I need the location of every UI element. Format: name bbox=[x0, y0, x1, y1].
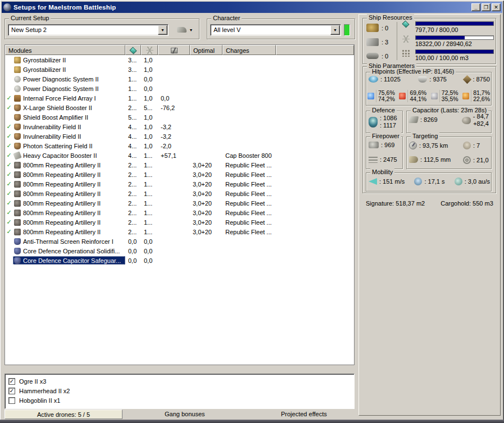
drone-checkbox[interactable]: ✓ bbox=[8, 388, 15, 394]
bar-icon-wrap bbox=[399, 49, 412, 57]
drone-item[interactable]: ✓ Ogre II x3 bbox=[7, 376, 354, 386]
module-row[interactable]: Power Diagnostic System II 1... 0,0 bbox=[5, 84, 354, 93]
setup-combobox-arrow-icon[interactable]: ▼ bbox=[158, 25, 167, 35]
module-name-cell[interactable]: Anti-Thermal Screen Reinforcer I bbox=[13, 237, 125, 245]
titlebar[interactable]: Setups for Maelstrom Battleship _ ❐ ✕ bbox=[2, 2, 502, 13]
column-header-modules[interactable]: Modules bbox=[5, 45, 125, 55]
dps-icon bbox=[369, 142, 379, 148]
module-row[interactable]: ✓ 800mm Repeating Artillery II 2... 1...… bbox=[5, 179, 354, 189]
scan-resolution-value: : 112,5 mm bbox=[420, 156, 451, 163]
module-name-cell[interactable]: Core Defence Operational Solidifi... bbox=[13, 247, 125, 255]
module-name-cell[interactable]: Gyrostabilizer II bbox=[13, 65, 125, 74]
drone-checkbox[interactable]: ✓ bbox=[8, 378, 15, 385]
module-name-cell[interactable]: 800mm Repeating Artillery II bbox=[13, 161, 125, 169]
module-name-cell[interactable]: Invulnerability Field II bbox=[13, 132, 125, 140]
module-name-cell[interactable]: Heavy Capacitor Booster II bbox=[13, 151, 125, 160]
module-name-cell[interactable]: 800mm Repeating Artillery II bbox=[13, 228, 125, 236]
module-active-check: ✓ bbox=[5, 123, 13, 130]
module-row[interactable]: Shield Boost Amplifier II 5... 1,0 bbox=[5, 112, 354, 122]
module-charges-value: Republic Fleet ... bbox=[223, 190, 276, 197]
module-name-cell[interactable]: Gyrostabilizer II bbox=[13, 56, 125, 64]
module-name-cell[interactable]: 800mm Repeating Artillery II bbox=[13, 208, 125, 217]
drone-item[interactable]: Hobgoblin II x1 bbox=[7, 395, 354, 405]
defence-group: Defence : 1086 : 1117 bbox=[366, 111, 403, 133]
module-name: 800mm Repeating Artillery II bbox=[23, 229, 101, 235]
module-row[interactable]: Core Defence Operational Solidifi... 0,0… bbox=[5, 246, 354, 256]
module-row[interactable]: Core Defence Capacitor Safeguar... 0,0 0… bbox=[5, 256, 354, 265]
module-row[interactable]: ✓ X-Large Shield Booster II 2... 5... -7… bbox=[5, 103, 354, 112]
powergrid-icon bbox=[146, 47, 153, 54]
ship-resources-label: Ship Resources bbox=[367, 14, 414, 21]
module-cpu-value: 0,0 bbox=[125, 257, 141, 264]
module-name-cell[interactable]: Shield Boost Amplifier II bbox=[13, 113, 125, 121]
column-header-charges[interactable]: Charges bbox=[223, 45, 276, 55]
module-name: X-Large Shield Booster II bbox=[23, 104, 92, 111]
module-name-cell[interactable]: X-Large Shield Booster II bbox=[13, 103, 125, 112]
column-header-powergrid[interactable] bbox=[141, 45, 158, 55]
module-optimal-value: 3,0+20 bbox=[190, 162, 223, 169]
drone-label: Hammerhead II x2 bbox=[19, 388, 70, 394]
module-name-cell[interactable]: Internal Force Field Array I bbox=[13, 94, 125, 102]
module-name-cell[interactable]: 800mm Repeating Artillery II bbox=[13, 218, 125, 226]
module-icon bbox=[14, 219, 21, 226]
module-icon bbox=[14, 190, 21, 197]
module-row[interactable]: ✓ 800mm Repeating Artillery II 2... 1...… bbox=[5, 208, 354, 217]
setup-combobox[interactable]: New Setup 2 ▼ bbox=[8, 24, 169, 36]
module-row[interactable]: Gyrostabilizer II 3... 1,0 bbox=[5, 55, 354, 65]
gang-bonuses-button[interactable]: Gang bonuses bbox=[165, 411, 205, 417]
module-name-cell[interactable]: 800mm Repeating Artillery II bbox=[13, 199, 125, 207]
character-combobox[interactable]: All level V ▼ bbox=[210, 24, 341, 36]
module-name-cell[interactable]: Power Diagnostic System II bbox=[13, 84, 125, 93]
column-header-cpu[interactable] bbox=[125, 45, 141, 55]
module-row[interactable]: ✓ Invulnerability Field II 4... 1,0 -3,2 bbox=[5, 131, 354, 141]
module-cpu-value: 0,0 bbox=[125, 238, 141, 245]
module-icon bbox=[14, 114, 21, 121]
module-row[interactable]: ✓ 800mm Repeating Artillery II 2... 1...… bbox=[5, 227, 354, 236]
close-button[interactable]: ✕ bbox=[492, 3, 501, 11]
slot-row: : 3 bbox=[364, 35, 396, 49]
module-row[interactable]: ✓ Internal Force Field Array I 1... 1,0 … bbox=[5, 93, 354, 103]
module-row[interactable]: ✓ 800mm Repeating Artillery II 2... 1...… bbox=[5, 170, 354, 179]
module-charges-value: Cap Booster 800 bbox=[223, 152, 276, 159]
module-name-cell[interactable]: 800mm Repeating Artillery II bbox=[13, 170, 125, 179]
ship-resources-group: Ship Resources : 0 : 3 : 0 797,70 / 800,… bbox=[362, 18, 496, 64]
module-row[interactable]: ✓ Heavy Capacitor Booster II 4... 1... +… bbox=[5, 151, 354, 160]
module-name-cell[interactable]: Core Defence Capacitor Safeguar... bbox=[13, 256, 125, 265]
module-row[interactable]: Gyrostabilizer II 3... 1,0 bbox=[5, 65, 354, 74]
module-row[interactable]: Anti-Thermal Screen Reinforcer I 0,0 0,0 bbox=[5, 236, 354, 246]
maximize-button[interactable]: ❐ bbox=[482, 3, 491, 11]
drone-item[interactable]: ✓ Hammerhead II x2 bbox=[7, 386, 354, 395]
module-active-check: ✓ bbox=[5, 94, 13, 102]
drone-label: Hobgoblin II x1 bbox=[19, 397, 60, 404]
module-row[interactable]: Power Diagnostic System II 1... 0,0 bbox=[5, 74, 354, 84]
module-name-cell[interactable]: Invulnerability Field II bbox=[13, 122, 125, 131]
module-name-cell[interactable]: 800mm Repeating Artillery II bbox=[13, 189, 125, 198]
module-name-cell[interactable]: 800mm Repeating Artillery II bbox=[13, 180, 125, 188]
module-powergrid-value: 1,0 bbox=[141, 95, 158, 102]
projected-effects-button[interactable]: Projected effects bbox=[281, 411, 327, 417]
column-header-capacitor[interactable] bbox=[158, 45, 190, 55]
module-icon bbox=[14, 85, 21, 92]
resist-cell: 75,6% 74,2% bbox=[367, 90, 395, 102]
character-combobox-arrow-icon[interactable]: ▼ bbox=[330, 25, 340, 35]
firepower-label: Firepower bbox=[370, 133, 401, 139]
module-row[interactable]: ✓ 800mm Repeating Artillery II 2... 1...… bbox=[5, 198, 354, 208]
module-active-check: ✓ bbox=[5, 190, 13, 197]
module-name-cell[interactable]: Photon Scattering Field II bbox=[13, 142, 125, 150]
module-name-cell[interactable]: Power Diagnostic System II bbox=[13, 75, 125, 83]
module-capacitor-value: +57,1 bbox=[158, 152, 190, 159]
minimize-button[interactable]: _ bbox=[471, 3, 480, 11]
module-row[interactable]: ✓ Invulnerability Field II 4... 1,0 -3,2 bbox=[5, 122, 354, 131]
module-powergrid-value: 1... bbox=[141, 171, 158, 178]
module-row[interactable]: ✓ 800mm Repeating Artillery II 2... 1...… bbox=[5, 217, 354, 227]
armor-hp-icon bbox=[418, 76, 427, 83]
module-row[interactable]: ✓ Photon Scattering Field II 4... 1,0 -2… bbox=[5, 141, 354, 151]
module-row[interactable]: ✓ 800mm Repeating Artillery II 2... 1...… bbox=[5, 189, 354, 198]
ship-browser-button[interactable]: ▼ bbox=[172, 24, 198, 36]
module-active-check: ✓ bbox=[5, 228, 13, 235]
column-header-optimal[interactable]: Optimal bbox=[190, 45, 223, 55]
slot-column: : 0 : 3 : 0 bbox=[364, 21, 396, 63]
drone-checkbox[interactable] bbox=[8, 397, 15, 404]
module-row[interactable]: ✓ 800mm Repeating Artillery II 2... 1...… bbox=[5, 160, 354, 170]
mobility-label: Mobility bbox=[370, 169, 394, 175]
